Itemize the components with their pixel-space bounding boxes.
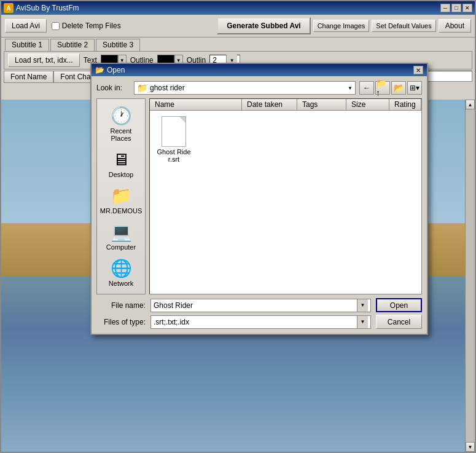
col-rating[interactable]: Rating: [389, 99, 421, 110]
title-bar: A AviSub By TrustFm ─ □ ✕: [1, 1, 475, 15]
nav-up-button[interactable]: 📁↑: [375, 81, 390, 95]
look-in-row: Look in: 📁 ghost rider ▼ ← 📁↑ 📂 ⊞▾: [96, 81, 422, 95]
minimize-button[interactable]: ─: [440, 4, 450, 12]
look-in-combo-left: 📁 ghost rider: [137, 83, 185, 93]
file-name-combo[interactable]: Ghost Rider ▼: [150, 299, 371, 312]
col-name[interactable]: Name: [150, 99, 242, 110]
look-in-label: Look in:: [96, 84, 130, 92]
look-in-folder-name: ghost rider: [150, 84, 185, 92]
files-of-type-row: Files of type: .srt;.txt;.idx ▼ Cancel: [96, 315, 422, 329]
nav-mr-demous[interactable]: 📁 MR.DEMOUS: [99, 183, 143, 218]
toolbar-right: Generate Subbed Avi Change Images Set De…: [217, 17, 471, 34]
file-name-arrow[interactable]: ▼: [357, 299, 368, 312]
file-pane: Name Date taken Tags Size Rating Ghost R…: [149, 98, 422, 294]
set-default-button[interactable]: Set Default Values: [372, 20, 435, 32]
computer-icon: 💻: [111, 222, 132, 242]
files-of-type-label: Files of type:: [96, 318, 146, 326]
look-in-combo[interactable]: 📁 ghost rider ▼: [134, 81, 356, 95]
generate-button[interactable]: Generate Subbed Avi: [217, 17, 310, 34]
delete-temp-label[interactable]: Delete Temp Files: [52, 22, 121, 30]
nav-network[interactable]: 🌐 Network: [99, 255, 143, 290]
change-images-button[interactable]: Change Images: [313, 20, 370, 32]
col-tags[interactable]: Tags: [297, 99, 346, 110]
file-list-area: 🕐 Recent Places 🖥 Desktop 📁 MR.DEMOUS 💻 …: [96, 98, 422, 294]
scroll-track[interactable]: [466, 109, 475, 442]
nav-computer-label: Computer: [106, 243, 136, 251]
load-srt-button[interactable]: Load srt, txt, idx...: [8, 53, 80, 67]
dialog-action-btns: Open: [376, 298, 422, 312]
file-item-ghost-rider[interactable]: Ghost Rider.srt: [152, 113, 195, 166]
file-name-label: File name:: [96, 301, 146, 310]
dialog-body: Look in: 📁 ghost rider ▼ ← 📁↑ 📂 ⊞▾: [92, 76, 427, 334]
file-name-row: File name: Ghost Rider ▼ Open: [96, 298, 422, 312]
tab-subtitle-3[interactable]: Subtitle 3: [96, 39, 140, 51]
dialog-title-text: Open: [107, 66, 125, 74]
cancel-btn-area: Cancel: [376, 315, 422, 329]
dialog-fields: File name: Ghost Rider ▼ Open Files of t…: [96, 298, 422, 329]
dialog-title-bar: 📂 Open ✕: [92, 64, 427, 76]
col-date[interactable]: Date taken: [242, 99, 297, 110]
view-toggle-button[interactable]: ⊞▾: [407, 81, 422, 95]
nav-panel: 🕐 Recent Places 🖥 Desktop 📁 MR.DEMOUS 💻 …: [96, 98, 146, 294]
folder-icon: 📁: [137, 83, 147, 93]
tab-subtitle-1[interactable]: Subtitle 1: [5, 39, 49, 51]
nav-recent-label: Recent Places: [102, 127, 140, 142]
about-button[interactable]: About: [439, 19, 471, 33]
tab-subtitle-2[interactable]: Subtitle 2: [50, 39, 95, 51]
files-of-type-combo[interactable]: .srt;.txt;.idx ▼: [150, 315, 371, 329]
file-pane-header: Name Date taken Tags Size Rating: [150, 99, 421, 111]
delete-temp-checkbox[interactable]: [52, 22, 60, 30]
tabs-row: Subtitle 1 Subtitle 2 Subtitle 3: [1, 37, 475, 51]
nav-back-button[interactable]: ←: [359, 81, 374, 95]
nav-desktop[interactable]: 🖥 Desktop: [99, 146, 143, 181]
main-window: A AviSub By TrustFm ─ □ ✕ Load Avi Delet…: [0, 0, 476, 453]
nav-computer[interactable]: 💻 Computer: [99, 219, 143, 254]
files-of-type-value: .srt;.txt;.idx: [154, 318, 189, 326]
look-in-arrow: ▼: [348, 85, 353, 91]
network-icon: 🌐: [111, 258, 132, 278]
open-dialog: 📂 Open ✕ Look in: 📁 ghost rider ▼ ← 📁↑: [90, 63, 428, 335]
nav-recent-places[interactable]: 🕐 Recent Places: [99, 103, 143, 145]
cancel-button[interactable]: Cancel: [376, 315, 422, 329]
nav-network-label: Network: [109, 280, 133, 287]
file-name-value: Ghost Rider: [154, 301, 193, 310]
new-folder-button[interactable]: 📂: [391, 81, 406, 95]
scroll-up-button[interactable]: ▲: [466, 100, 475, 109]
file-name-ghost-rider: Ghost Rider.srt: [155, 148, 192, 163]
dialog-title-left: 📂 Open: [95, 66, 125, 74]
scroll-down-button[interactable]: ▼: [466, 442, 475, 452]
maximize-button[interactable]: □: [451, 4, 461, 12]
dialog-icon: 📂: [95, 66, 104, 74]
scrollbar: ▲ ▼: [465, 100, 475, 452]
open-button[interactable]: Open: [376, 298, 422, 312]
title-bar-left: A AviSub By TrustFm: [4, 3, 79, 13]
nav-mr-demous-label: MR.DEMOUS: [100, 207, 142, 215]
recent-places-icon: 🕐: [111, 106, 132, 126]
app-icon: A: [4, 3, 14, 13]
file-items: Ghost Rider.srt: [150, 111, 421, 168]
title-bar-controls: ─ □ ✕: [440, 4, 472, 12]
desktop-icon: 🖥: [112, 149, 130, 170]
dialog-close-button[interactable]: ✕: [413, 66, 423, 74]
look-in-toolbar: ← 📁↑ 📂 ⊞▾: [359, 81, 422, 95]
load-avi-button[interactable]: Load Avi: [5, 19, 47, 33]
close-button[interactable]: ✕: [462, 4, 472, 12]
font-name-header[interactable]: Font Name: [4, 71, 53, 83]
nav-desktop-label: Desktop: [109, 171, 133, 178]
mr-demous-icon: 📁: [111, 186, 132, 206]
files-of-type-arrow[interactable]: ▼: [357, 316, 368, 328]
file-icon-ghost-rider: [162, 116, 186, 147]
main-toolbar: Load Avi Delete Temp Files Generate Subb…: [1, 15, 475, 37]
col-size[interactable]: Size: [346, 99, 389, 110]
app-title: AviSub By TrustFm: [16, 4, 79, 12]
delete-temp-text: Delete Temp Files: [62, 22, 121, 30]
